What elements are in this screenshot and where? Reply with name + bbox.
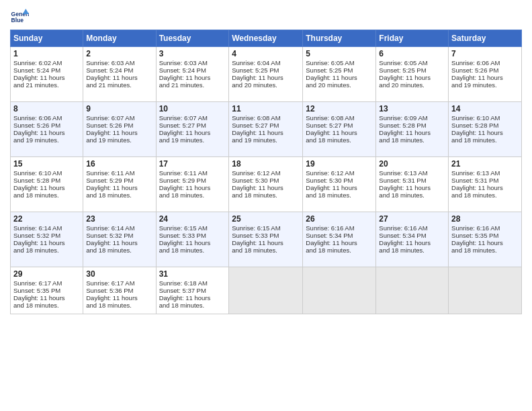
cell-info-line: Daylight: 11 hours <box>306 129 373 136</box>
day-number: 22 <box>13 214 80 224</box>
cell-info-line: Daylight: 11 hours <box>159 184 226 191</box>
cell-info-line: Sunset: 5:32 PM <box>86 232 152 239</box>
svg-text:Blue: Blue <box>11 17 24 24</box>
day-header-sunday: Sunday <box>11 30 83 47</box>
day-number: 21 <box>451 159 519 169</box>
day-number: 13 <box>379 104 445 113</box>
calendar-cell: 20Sunrise: 6:13 AMSunset: 5:31 PMDayligh… <box>376 157 449 212</box>
calendar-table: SundayMondayTuesdayWednesdayThursdayFrid… <box>10 30 522 314</box>
cell-info-line: Sunrise: 6:11 AM <box>159 169 226 177</box>
cell-info-line: Sunrise: 6:17 AM <box>13 279 80 287</box>
cell-info-line: and 18 minutes. <box>13 302 80 309</box>
cell-info-line: Sunset: 5:24 PM <box>159 66 226 74</box>
cell-info-line: Sunset: 5:26 PM <box>13 122 80 129</box>
cell-info-line: and 18 minutes. <box>86 302 152 309</box>
cell-info-line: and 18 minutes. <box>451 246 519 254</box>
cell-info-line: Sunset: 5:29 PM <box>86 177 152 184</box>
day-number: 3 <box>159 49 226 58</box>
cell-info-line: Daylight: 11 hours <box>306 239 373 246</box>
cell-info-line: Sunset: 5:27 PM <box>159 122 226 129</box>
day-number: 20 <box>379 159 445 169</box>
cell-info-line: Daylight: 11 hours <box>13 184 80 191</box>
cell-info-line: Sunset: 5:26 PM <box>451 66 519 74</box>
cell-info-line: and 18 minutes. <box>86 191 152 199</box>
calendar-cell: 30Sunrise: 6:17 AMSunset: 5:36 PMDayligh… <box>83 267 156 314</box>
day-number: 12 <box>306 104 373 113</box>
cell-info-line: Sunrise: 6:10 AM <box>13 169 80 177</box>
cell-info-line: Daylight: 11 hours <box>13 74 80 81</box>
calendar-cell: 19Sunrise: 6:12 AMSunset: 5:30 PMDayligh… <box>303 157 376 212</box>
cell-info-line: Sunset: 5:31 PM <box>379 177 445 184</box>
cell-info-line: Sunrise: 6:14 AM <box>86 224 152 232</box>
calendar-cell: 11Sunrise: 6:08 AMSunset: 5:27 PMDayligh… <box>229 102 303 157</box>
cell-info-line: Daylight: 11 hours <box>232 184 300 191</box>
cell-info-line: Sunrise: 6:16 AM <box>451 224 519 232</box>
calendar-cell <box>376 267 449 314</box>
cell-info-line: and 19 minutes. <box>451 81 519 89</box>
cell-info-line: Daylight: 11 hours <box>86 239 152 246</box>
day-number: 23 <box>86 214 152 224</box>
cell-info-line: Sunrise: 6:10 AM <box>451 114 519 122</box>
cell-info-line: Sunset: 5:27 PM <box>306 122 373 129</box>
cell-info-line: Sunrise: 6:17 AM <box>86 279 152 287</box>
calendar-cell: 31Sunrise: 6:18 AMSunset: 5:37 PMDayligh… <box>156 267 229 314</box>
day-number: 8 <box>13 104 80 113</box>
day-number: 5 <box>306 49 373 58</box>
calendar-cell: 16Sunrise: 6:11 AMSunset: 5:29 PMDayligh… <box>83 157 156 212</box>
day-number: 19 <box>306 159 373 169</box>
calendar-cell: 17Sunrise: 6:11 AMSunset: 5:29 PMDayligh… <box>156 157 229 212</box>
cell-info-line: Sunset: 5:33 PM <box>232 232 300 239</box>
day-header-saturday: Saturday <box>449 30 522 47</box>
day-number: 24 <box>159 214 226 224</box>
cell-info-line: Sunrise: 6:12 AM <box>232 169 300 177</box>
day-header-wednesday: Wednesday <box>229 30 303 47</box>
cell-info-line: and 18 minutes. <box>306 191 373 199</box>
day-number: 2 <box>86 49 152 58</box>
cell-info-line: and 18 minutes. <box>379 136 445 144</box>
cell-info-line: and 18 minutes. <box>451 191 519 199</box>
cell-info-line: Daylight: 11 hours <box>13 239 80 246</box>
day-number: 11 <box>232 104 300 113</box>
cell-info-line: and 18 minutes. <box>159 191 226 199</box>
cell-info-line: Sunrise: 6:15 AM <box>232 224 300 232</box>
day-number: 16 <box>86 159 152 169</box>
cell-info-line: and 18 minutes. <box>379 246 445 254</box>
cell-info-line: Sunrise: 6:13 AM <box>451 169 519 177</box>
calendar-week-row: 15Sunrise: 6:10 AMSunset: 5:28 PMDayligh… <box>11 157 522 212</box>
cell-info-line: Sunset: 5:35 PM <box>13 287 80 294</box>
cell-info-line: Sunset: 5:33 PM <box>159 232 226 239</box>
day-header-friday: Friday <box>376 30 449 47</box>
cell-info-line: and 18 minutes. <box>159 246 226 254</box>
cell-info-line: Daylight: 11 hours <box>13 294 80 302</box>
cell-info-line: and 19 minutes. <box>232 136 300 144</box>
cell-info-line: Daylight: 11 hours <box>379 129 445 136</box>
cell-info-line: Daylight: 11 hours <box>379 184 445 191</box>
calendar-cell: 15Sunrise: 6:10 AMSunset: 5:28 PMDayligh… <box>11 157 83 212</box>
calendar-cell: 3Sunrise: 6:03 AMSunset: 5:24 PMDaylight… <box>156 47 229 102</box>
cell-info-line: Sunrise: 6:18 AM <box>159 279 226 287</box>
cell-info-line: and 18 minutes. <box>13 246 80 254</box>
day-number: 1 <box>13 49 80 58</box>
cell-info-line: and 19 minutes. <box>13 136 80 144</box>
day-number: 17 <box>159 159 226 169</box>
day-number: 14 <box>451 104 519 113</box>
cell-info-line: and 21 minutes. <box>86 81 152 89</box>
cell-info-line: Sunrise: 6:16 AM <box>306 224 373 232</box>
cell-info-line: Sunset: 5:30 PM <box>232 177 300 184</box>
cell-info-line: Daylight: 11 hours <box>86 294 152 302</box>
cell-info-line: Daylight: 11 hours <box>306 74 373 81</box>
cell-info-line: Sunset: 5:31 PM <box>451 177 519 184</box>
calendar-cell: 27Sunrise: 6:16 AMSunset: 5:34 PMDayligh… <box>376 212 449 267</box>
calendar-header-row: SundayMondayTuesdayWednesdayThursdayFrid… <box>11 30 522 47</box>
cell-info-line: Sunrise: 6:09 AM <box>379 114 445 122</box>
cell-info-line: Sunrise: 6:04 AM <box>232 59 300 66</box>
calendar-cell: 4Sunrise: 6:04 AMSunset: 5:25 PMDaylight… <box>229 47 303 102</box>
cell-info-line: Daylight: 11 hours <box>159 129 226 136</box>
cell-info-line: and 21 minutes. <box>159 81 226 89</box>
cell-info-line: Sunset: 5:32 PM <box>13 232 80 239</box>
cell-info-line: Sunrise: 6:03 AM <box>86 59 152 66</box>
cell-info-line: and 18 minutes. <box>232 191 300 199</box>
cell-info-line: Sunset: 5:35 PM <box>451 232 519 239</box>
day-number: 18 <box>232 159 300 169</box>
cell-info-line: Sunset: 5:25 PM <box>306 66 373 74</box>
